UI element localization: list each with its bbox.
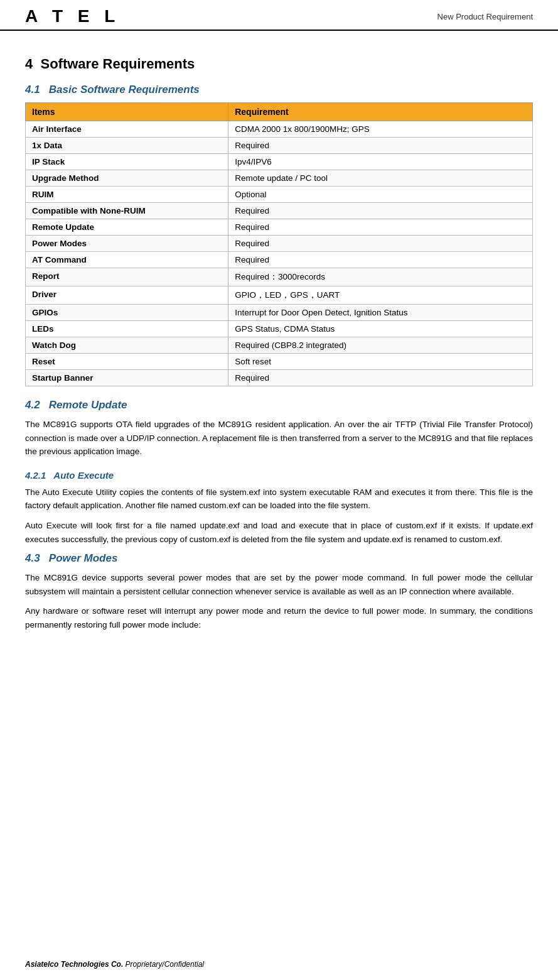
table-cell-item: Upgrade Method <box>26 170 228 187</box>
section-4-2-title: 4.2 Remote Update <box>25 399 533 411</box>
table-header-requirement: Requirement <box>228 103 533 121</box>
main-content: 4 Software Requirements 4.1 Basic Softwa… <box>0 31 558 657</box>
table-cell-requirement: Required <box>228 138 533 154</box>
table-header-items: Items <box>26 103 228 121</box>
table-row: ResetSoft reset <box>26 354 533 370</box>
table-cell-item: Startup Banner <box>26 370 228 386</box>
basic-requirements-table: Items Requirement Air InterfaceCDMA 2000… <box>25 102 533 386</box>
section-4-2-paragraph: The MC891G supports OTA field upgrades o… <box>25 418 533 459</box>
section-4-3-title: 4.3 Power Modes <box>25 552 533 565</box>
page-footer: Asiatelco Technologies Co. Proprietary/C… <box>25 960 204 969</box>
table-cell-item: Report <box>26 268 228 286</box>
table-cell-requirement: Required <box>228 252 533 268</box>
table-cell-requirement: CDMA 2000 1x 800/1900MHz; GPS <box>228 121 533 138</box>
table-cell-item: GPIOs <box>26 305 228 321</box>
table-row: Watch DogRequired (CBP8.2 integrated) <box>26 337 533 354</box>
table-cell-requirement: Soft reset <box>228 354 533 370</box>
table-row: Startup BannerRequired <box>26 370 533 386</box>
section-4-2-1-title: 4.2.1 Auto Execute <box>25 470 533 481</box>
table-row: Air InterfaceCDMA 2000 1x 800/1900MHz; G… <box>26 121 533 138</box>
table-cell-requirement: Optional <box>228 187 533 203</box>
table-row: ReportRequired：3000records <box>26 268 533 286</box>
chapter-title: 4 Software Requirements <box>25 56 533 72</box>
table-cell-requirement: Required <box>228 203 533 219</box>
logo: A T E L <box>25 6 120 26</box>
table-row: IP StackIpv4/IPV6 <box>26 154 533 170</box>
table-row: Power ModesRequired <box>26 236 533 252</box>
table-cell-item: Watch Dog <box>26 337 228 354</box>
table-cell-item: 1x Data <box>26 138 228 154</box>
table-cell-item: Air Interface <box>26 121 228 138</box>
table-row: Upgrade MethodRemote update / PC tool <box>26 170 533 187</box>
table-row: 1x DataRequired <box>26 138 533 154</box>
table-row: Compatible with None-RUIMRequired <box>26 203 533 219</box>
section-4-1-title: 4.1 Basic Software Requirements <box>25 84 533 96</box>
table-cell-item: AT Command <box>26 252 228 268</box>
table-cell-item: Reset <box>26 354 228 370</box>
table-cell-requirement: GPIO，LED，GPS，UART <box>228 286 533 305</box>
section-4-2-1-paragraph1: The Auto Execute Utility copies the cont… <box>25 486 533 513</box>
table-cell-requirement: Interrupt for Door Open Detect, Ignition… <box>228 305 533 321</box>
table-row: GPIOsInterrupt for Door Open Detect, Ign… <box>26 305 533 321</box>
table-cell-item: Remote Update <box>26 219 228 236</box>
section-4-3-paragraph2: Any hardware or software reset will inte… <box>25 604 533 631</box>
table-cell-requirement: Required (CBP8.2 integrated) <box>228 337 533 354</box>
section-4-2-1-paragraph2: Auto Execute will look first for a file … <box>25 519 533 546</box>
table-row: LEDsGPS Status, CDMA Status <box>26 321 533 337</box>
table-row: AT CommandRequired <box>26 252 533 268</box>
table-cell-requirement: Required <box>228 370 533 386</box>
table-cell-item: IP Stack <box>26 154 228 170</box>
table-cell-requirement: Required：3000records <box>228 268 533 286</box>
table-cell-item: Driver <box>26 286 228 305</box>
page-header: A T E L New Product Requirement <box>0 0 558 31</box>
table-cell-requirement: Ipv4/IPV6 <box>228 154 533 170</box>
table-cell-item: Power Modes <box>26 236 228 252</box>
table-cell-requirement: GPS Status, CDMA Status <box>228 321 533 337</box>
table-row: Remote UpdateRequired <box>26 219 533 236</box>
table-row: RUIMOptional <box>26 187 533 203</box>
table-cell-requirement: Remote update / PC tool <box>228 170 533 187</box>
table-cell-item: LEDs <box>26 321 228 337</box>
header-subtitle: New Product Requirement <box>437 12 533 21</box>
table-cell-item: RUIM <box>26 187 228 203</box>
section-4-3-paragraph1: The MC891G device supports several power… <box>25 571 533 598</box>
table-cell-requirement: Required <box>228 219 533 236</box>
table-cell-item: Compatible with None-RUIM <box>26 203 228 219</box>
table-cell-requirement: Required <box>228 236 533 252</box>
table-row: DriverGPIO，LED，GPS，UART <box>26 286 533 305</box>
